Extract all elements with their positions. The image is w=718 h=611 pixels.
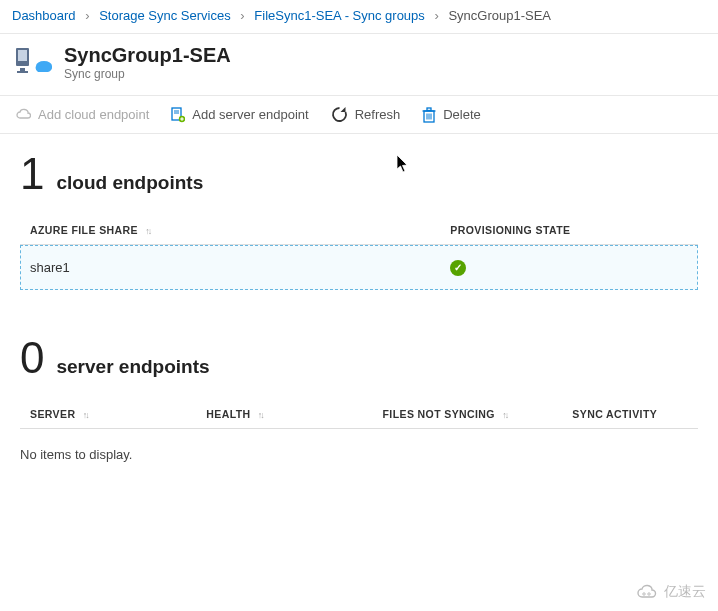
refresh-icon: [331, 106, 348, 123]
cell-provisioning-state: ✓: [440, 245, 698, 290]
server-endpoints-table: SERVER ↑↓ HEALTH ↑↓ FILES NOT SYNCING ↑↓…: [20, 400, 698, 429]
column-health[interactable]: HEALTH ↑↓: [196, 400, 372, 429]
chevron-right-icon: ›: [434, 8, 438, 23]
page-subtitle: Sync group: [64, 67, 231, 81]
sort-icon: ↑↓: [502, 410, 507, 420]
add-server-endpoint-button[interactable]: Add server endpoint: [171, 107, 308, 123]
server-endpoints-label: server endpoints: [56, 356, 209, 378]
breadcrumb-link-storage-sync-services[interactable]: Storage Sync Services: [99, 8, 231, 23]
sort-icon: ↑↓: [145, 226, 150, 236]
server-plus-icon: [171, 107, 185, 123]
server-endpoints-count: 0: [20, 336, 44, 380]
column-azure-file-share[interactable]: AZURE FILE SHARE ↑↓: [20, 216, 440, 245]
breadcrumb-link-sync-groups[interactable]: FileSync1-SEA - Sync groups: [254, 8, 425, 23]
svg-rect-2: [20, 68, 25, 71]
refresh-button[interactable]: Refresh: [331, 106, 401, 123]
breadcrumb-current: SyncGroup1-SEA: [448, 8, 551, 23]
delete-button[interactable]: Delete: [422, 107, 481, 123]
column-files-not-syncing[interactable]: FILES NOT SYNCING ↑↓: [373, 400, 563, 429]
toolbar: Add cloud endpoint Add server endpoint R…: [0, 95, 718, 134]
column-sync-activity[interactable]: SYNC ACTIVITY: [562, 400, 698, 429]
table-row[interactable]: share1 ✓: [20, 245, 698, 290]
sort-icon: ↑↓: [258, 410, 263, 420]
breadcrumb: Dashboard › Storage Sync Services › File…: [0, 0, 718, 34]
cloud-endpoints-count: 1: [20, 152, 44, 196]
refresh-label: Refresh: [355, 107, 401, 122]
page-header: SyncGroup1-SEA Sync group: [0, 34, 718, 95]
sync-group-icon: [16, 44, 52, 76]
svg-rect-12: [427, 108, 431, 111]
chevron-right-icon: ›: [85, 8, 89, 23]
empty-state-text: No items to display.: [0, 429, 718, 480]
sort-icon: ↑↓: [83, 410, 88, 420]
add-cloud-endpoint-label: Add cloud endpoint: [38, 107, 149, 122]
cloud-endpoints-label: cloud endpoints: [56, 172, 203, 194]
page-title: SyncGroup1-SEA: [64, 44, 231, 67]
column-provisioning-state[interactable]: PROVISIONING STATE: [440, 216, 698, 245]
svg-rect-3: [17, 71, 28, 73]
delete-label: Delete: [443, 107, 481, 122]
trash-icon: [422, 107, 436, 123]
add-cloud-endpoint-button: Add cloud endpoint: [16, 107, 149, 122]
success-icon: ✓: [450, 260, 466, 276]
cloud-endpoints-table: AZURE FILE SHARE ↑↓ PROVISIONING STATE s…: [20, 216, 698, 290]
cloud-endpoints-section: 1 cloud endpoints: [0, 134, 718, 196]
chevron-right-icon: ›: [240, 8, 244, 23]
svg-rect-1: [18, 50, 27, 61]
breadcrumb-link-dashboard[interactable]: Dashboard: [12, 8, 76, 23]
cell-file-share: share1: [20, 245, 440, 290]
server-endpoints-section: 0 server endpoints: [0, 318, 718, 380]
column-server[interactable]: SERVER ↑↓: [20, 400, 196, 429]
add-server-endpoint-label: Add server endpoint: [192, 107, 308, 122]
cloud-plus-icon: [16, 108, 31, 122]
